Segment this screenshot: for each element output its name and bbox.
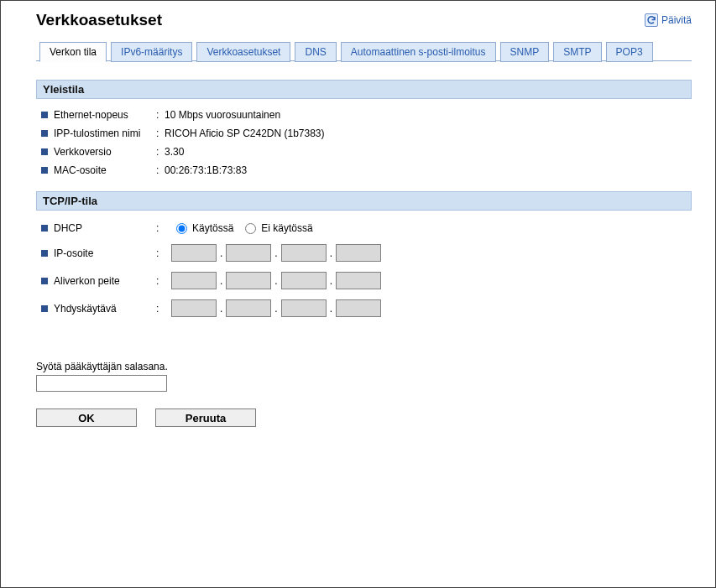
row-gateway: Yhdyskäytävä : . . .: [41, 294, 692, 322]
gw-octet-3[interactable]: [281, 299, 327, 317]
bullet-icon: [41, 130, 48, 137]
row-dhcp: DHCP : Käytössä Ei käytössä: [41, 217, 692, 239]
label-ip: IP-osoite: [54, 247, 156, 259]
label-mask: Aliverkon peite: [54, 275, 156, 287]
refresh-link[interactable]: Päivitä: [645, 13, 692, 27]
tab-snmp[interactable]: SNMP: [500, 42, 550, 62]
gw-octet-2[interactable]: [226, 299, 271, 317]
ip-octet-4[interactable]: [336, 244, 381, 262]
bullet-icon: [41, 225, 48, 232]
page-header: Verkkoasetukset Päivitä: [36, 9, 692, 41]
label-mac: MAC-osoite: [54, 164, 156, 176]
label-dhcp: DHCP: [54, 222, 156, 234]
value-ethernet-speed: 10 Mbps vuorosuuntainen: [165, 109, 280, 121]
bullet-icon: [41, 305, 48, 312]
window-frame: Verkkoasetukset Päivitä Verkon tila IPv6…: [0, 0, 716, 588]
ok-button[interactable]: OK: [36, 408, 137, 427]
row-mac-address: MAC-osoite : 00:26:73:1B:73:83: [41, 161, 692, 180]
bullet-icon: [41, 148, 48, 155]
section-heading-tcpip: TCP/IP-tila: [36, 191, 692, 211]
section-heading-general: Yleistila: [36, 80, 692, 99]
row-ip-address: IP-osoite : . . .: [41, 239, 692, 267]
tab-autom-sposti[interactable]: Automaattinen s-posti-ilmoitus: [341, 42, 496, 62]
button-row: OK Peruuta: [36, 408, 692, 427]
row-ipp-printer-name: IPP-tulostimen nimi : RICOH Aficio SP C2…: [41, 124, 692, 143]
ip-octet-2[interactable]: [226, 244, 271, 262]
value-ipp-printer-name: RICOH Aficio SP C242DN (1b7383): [165, 127, 325, 139]
mask-octet-4[interactable]: [336, 272, 381, 289]
refresh-icon: [645, 13, 658, 27]
row-subnet-mask: Aliverkon peite : . . .: [41, 267, 692, 294]
general-table: Ethernet-nopeus : 10 Mbps vuorosuuntaine…: [36, 106, 692, 191]
bullet-icon: [41, 278, 48, 284]
radio-dhcp-on-wrap[interactable]: Käytössä: [176, 222, 233, 234]
mask-octet-3[interactable]: [281, 272, 327, 289]
radio-dhcp-off-label: Ei käytössä: [261, 222, 312, 234]
page-title: Verkkoasetukset: [36, 11, 162, 29]
refresh-label: Päivitä: [661, 14, 692, 26]
row-ethernet-speed: Ethernet-nopeus : 10 Mbps vuorosuuntaine…: [41, 106, 692, 124]
radio-dhcp-on-label: Käytössä: [192, 222, 233, 234]
tab-bar: Verkon tila IPv6-määritys Verkkoasetukse…: [36, 41, 692, 61]
mask-octet-2[interactable]: [226, 272, 271, 289]
ip-octet-1[interactable]: [171, 244, 217, 262]
gw-octet-1[interactable]: [171, 299, 217, 317]
password-label: Syötä pääkäyttäjän salasana.: [36, 361, 692, 372]
label-ethernet-speed: Ethernet-nopeus: [54, 109, 156, 121]
row-network-version: Verkkoversio : 3.30: [41, 143, 692, 161]
tab-verkkoasetukset[interactable]: Verkkoasetukset: [196, 42, 290, 62]
bullet-icon: [41, 250, 48, 257]
value-network-version: 3.30: [165, 146, 184, 158]
cancel-button[interactable]: Peruuta: [155, 408, 256, 427]
password-section: Syötä pääkäyttäjän salasana.: [36, 361, 692, 392]
radio-dhcp-on[interactable]: [176, 223, 187, 234]
label-gw: Yhdyskäytävä: [54, 303, 156, 315]
tab-verkon-tila[interactable]: Verkon tila: [39, 42, 107, 62]
tab-dns[interactable]: DNS: [295, 42, 336, 62]
bullet-icon: [41, 112, 48, 118]
bullet-icon: [41, 167, 48, 174]
ip-octet-3[interactable]: [281, 244, 327, 262]
tcpip-table: DHCP : Käytössä Ei käytössä IP-osoite: [36, 217, 692, 334]
gw-octet-4[interactable]: [336, 299, 381, 317]
admin-password-input[interactable]: [36, 375, 167, 392]
radio-dhcp-off[interactable]: [245, 223, 256, 234]
tab-smtp[interactable]: SMTP: [553, 42, 601, 62]
label-network-version: Verkkoversio: [54, 146, 156, 158]
tab-pop3[interactable]: POP3: [606, 42, 653, 62]
tab-content: Yleistila Ethernet-nopeus : 10 Mbps vuor…: [36, 61, 692, 427]
tab-ipv6-maaritys[interactable]: IPv6-määritys: [111, 42, 192, 62]
mask-octet-1[interactable]: [171, 272, 217, 289]
radio-dhcp-off-wrap[interactable]: Ei käytössä: [245, 222, 312, 234]
value-mac: 00:26:73:1B:73:83: [165, 164, 247, 176]
label-ipp-printer-name: IPP-tulostimen nimi: [54, 127, 156, 139]
